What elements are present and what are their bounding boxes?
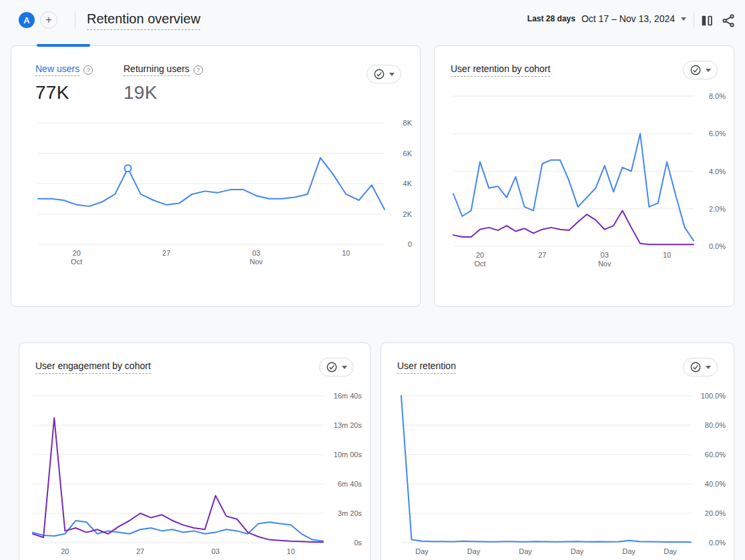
svg-text:0.0%: 0.0%: [709, 242, 726, 250]
date-range-picker[interactable]: Last 28 days Oct 17 – Nov 13, 2024: [527, 13, 686, 24]
svg-text:6.0%: 6.0%: [709, 129, 726, 137]
svg-text:0s: 0s: [354, 539, 362, 547]
svg-text:40.0%: 40.0%: [705, 480, 726, 488]
metric-label-text: New users: [35, 63, 79, 76]
card-title[interactable]: User engagement by cohort: [35, 360, 151, 374]
svg-text:6m 40s: 6m 40s: [338, 480, 362, 488]
add-button[interactable]: +: [40, 11, 57, 29]
metric-new-users: New users ? 77K: [35, 63, 93, 103]
page-title[interactable]: Retention overview: [87, 11, 200, 30]
ga-retention-overview-screen: A + Retention overview Last 28 days Oct …: [0, 0, 745, 560]
card-user-retention: User retention 0.0%20.0%40.0%60.0%80.0%1…: [381, 342, 734, 560]
svg-text:3m 20s: 3m 20s: [338, 509, 362, 517]
new-users-chart[interactable]: 02K4K6K8K20Oct2703Nov10: [11, 119, 421, 308]
svg-text:Oct: Oct: [71, 258, 82, 266]
metric-returning-users: Returning users ? 19K: [123, 63, 203, 103]
svg-text:27: 27: [538, 251, 546, 259]
metric-returning-users-value: 19K: [123, 82, 203, 103]
metric-new-users-value: 77K: [35, 82, 93, 103]
chevron-down-icon: [389, 73, 395, 76]
date-range-label: Last 28 days: [527, 14, 575, 23]
svg-text:2K: 2K: [403, 210, 413, 218]
svg-text:03: 03: [601, 251, 609, 259]
svg-text:60.0%: 60.0%: [705, 451, 726, 459]
share-button[interactable]: [720, 12, 737, 29]
svg-text:Day: Day: [519, 547, 532, 555]
svg-text:20: 20: [73, 249, 81, 257]
share-icon: [721, 13, 736, 28]
svg-text:20: 20: [61, 547, 69, 555]
svg-text:10: 10: [287, 547, 295, 555]
help-icon[interactable]: ?: [83, 65, 93, 75]
svg-text:03: 03: [212, 547, 220, 555]
data-quality-button[interactable]: [683, 358, 718, 376]
card-title[interactable]: User retention: [397, 360, 456, 374]
check-circle-icon: [690, 361, 702, 373]
svg-text:13m 20s: 13m 20s: [334, 421, 362, 429]
user-retention-by-cohort-chart[interactable]: 0.0%2.0%4.0%6.0%8.0%20Oct2703Nov10: [435, 86, 735, 308]
metric-new-users-label[interactable]: New users ?: [35, 63, 93, 76]
chevron-down-icon: [706, 366, 711, 369]
svg-text:10: 10: [342, 249, 350, 257]
help-icon[interactable]: ?: [194, 65, 203, 75]
svg-text:20.0%: 20.0%: [705, 509, 726, 517]
svg-text:4.0%: 4.0%: [709, 168, 726, 176]
svg-text:2.0%: 2.0%: [709, 205, 726, 213]
date-range-value: Oct 17 – Nov 13, 2024: [581, 13, 675, 24]
svg-text:10: 10: [663, 251, 671, 259]
svg-text:Day: Day: [467, 547, 481, 555]
svg-text:Nov: Nov: [598, 260, 611, 268]
metric-label-text: Returning users: [123, 63, 190, 76]
card-user-retention-by-cohort: User retention by cohort 0.0%2.0%4.0%6.0…: [434, 45, 734, 307]
check-circle-icon: [373, 68, 385, 80]
svg-text:Day: Day: [571, 547, 584, 555]
svg-text:20: 20: [476, 251, 484, 259]
svg-text:80.0%: 80.0%: [705, 421, 726, 429]
svg-text:Day: Day: [664, 547, 677, 555]
metric-returning-users-label[interactable]: Returning users ?: [123, 63, 203, 76]
check-circle-icon: [690, 64, 702, 76]
user-engagement-by-cohort-chart[interactable]: 0s3m 20s6m 40s10m 00s13m 20s16m 40s20270…: [19, 388, 371, 560]
user-retention-chart[interactable]: 0.0%20.0%40.0%60.0%80.0%100.0%DayDayDayD…: [381, 388, 735, 560]
divider: [694, 11, 694, 29]
divider: [75, 11, 75, 29]
app-header: A + Retention overview Last 28 days Oct …: [0, 0, 745, 40]
card-users-overview: New users ? 77K Returning users ? 19K 02…: [11, 45, 421, 307]
carousel-indicator[interactable]: [37, 44, 90, 47]
data-quality-button[interactable]: [319, 358, 354, 376]
comparison-button[interactable]: [698, 12, 716, 29]
svg-text:100.0%: 100.0%: [701, 392, 726, 400]
svg-text:Day: Day: [622, 547, 636, 555]
data-quality-button[interactable]: [683, 61, 718, 79]
svg-text:27: 27: [136, 547, 144, 555]
svg-text:0.0%: 0.0%: [709, 539, 726, 547]
svg-text:0: 0: [408, 240, 412, 248]
comparison-icon: [700, 13, 714, 28]
svg-text:Oct: Oct: [474, 260, 485, 268]
card-user-engagement-by-cohort: User engagement by cohort 0s3m 20s6m 40s…: [19, 342, 370, 560]
check-circle-icon: [326, 361, 338, 373]
svg-text:8.0%: 8.0%: [709, 92, 726, 100]
svg-text:4K: 4K: [403, 180, 413, 188]
svg-text:10m 00s: 10m 00s: [334, 451, 362, 459]
chevron-down-icon: [342, 366, 347, 369]
svg-text:8K: 8K: [403, 119, 413, 127]
svg-text:6K: 6K: [403, 150, 413, 158]
svg-text:Nov: Nov: [250, 258, 263, 266]
svg-text:Day: Day: [415, 547, 429, 555]
chevron-down-icon: [681, 17, 686, 21]
data-quality-button[interactable]: [366, 65, 401, 83]
card-title[interactable]: User retention by cohort: [451, 63, 550, 77]
svg-text:16m 40s: 16m 40s: [334, 392, 362, 400]
svg-text:27: 27: [162, 249, 170, 257]
avatar[interactable]: A: [19, 12, 35, 28]
svg-text:03: 03: [252, 249, 260, 257]
chevron-down-icon: [706, 69, 711, 72]
